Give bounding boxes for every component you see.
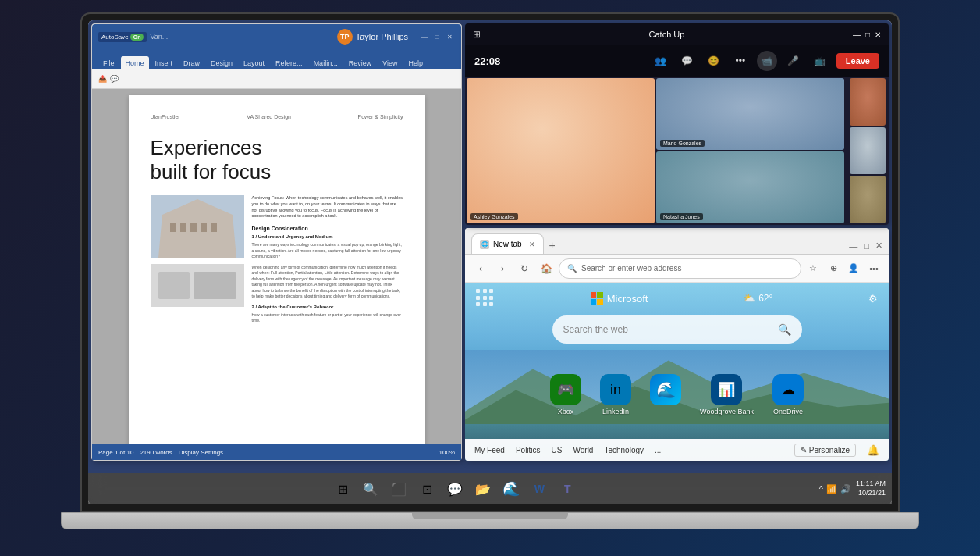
system-tray-expand[interactable]: ^ [819,484,823,494]
edge-maximize[interactable]: □ [864,241,869,251]
teams-grid-icon[interactable]: ⊞ [473,29,481,40]
nt-settings-icon[interactable]: ⚙ [868,293,878,305]
ms-square-1 [591,292,597,298]
ribbon-icon-share[interactable]: 📤 [98,75,107,83]
taskbar-task-view[interactable]: ⬛ [386,476,411,501]
status-display-settings[interactable]: Display Settings [179,449,223,456]
autosave-toggle[interactable]: On [130,34,144,41]
tab-layout[interactable]: Layout [239,56,269,70]
teams-mic-icon[interactable]: 🎤 [783,51,804,71]
wifi-icon[interactable]: 📶 [826,484,837,494]
teams-close[interactable]: ✕ [875,30,881,39]
teams-maximize[interactable]: □ [865,30,870,39]
apps-dot [476,296,480,300]
status-zoom[interactable]: 100% [439,449,455,456]
tab-home[interactable]: Home [121,56,149,70]
doc-achieving-focus: Achieving Focus: When technology communi… [252,195,403,219]
nt-app-woodgrove[interactable]: 📊 Woodgrove Bank [700,374,754,415]
nt-app-icons: 🎮 Xbox in LinkedIn 🌊 [465,374,889,415]
taskbar-clock[interactable]: 11:11 AM 10/21/21 [856,479,886,497]
teams-more-icon[interactable]: ••• [730,51,751,71]
edge-tab-new[interactable]: 🌐 New tab ✕ [471,233,544,254]
teams-share-icon[interactable]: 📺 [810,51,830,71]
tab-file[interactable]: File [98,56,119,70]
taskbar-word-icon[interactable]: W [527,476,552,501]
xbox-icon: 🎮 [550,374,581,405]
tab-review[interactable]: Review [344,56,377,70]
edge-add-tab-btn[interactable]: + [544,237,561,254]
doc-content-area: Achieving Focus: When technology communi… [151,195,403,328]
doc-body-customer: How a customer interacts with each featu… [252,312,403,324]
nt-apps-icon[interactable] [476,289,495,308]
svg-rect-13 [465,424,889,439]
ribbon-icon-comment[interactable]: 💬 [110,75,119,83]
forward-button[interactable]: › [493,259,512,278]
word-titlebar: AutoSave On Van... TP Taylor Phillips — … [92,24,461,49]
nt-search-placeholder: Search the web [563,324,772,335]
nt-search-box[interactable]: Search the web 🔍 [552,315,802,344]
nt-app-linkedin[interactable]: in LinkedIn [600,374,631,415]
weather-widget[interactable]: ⛅ 62° [744,293,772,304]
tab-design[interactable]: Design [206,56,237,70]
edge-more-icon[interactable]: ••• [865,260,882,277]
personalize-button[interactable]: ✎ Personalize [794,444,856,457]
nt-link-more[interactable]: ... [655,446,661,454]
nt-link-myfeed[interactable]: My Feed [474,446,505,454]
teams-participants-icon[interactable]: 👥 [651,51,671,71]
taskbar-widgets[interactable]: ⊡ [414,476,439,501]
tab-view[interactable]: View [378,56,402,70]
taskbar-edge-icon[interactable]: 🌊 [499,476,524,501]
teams-minimize[interactable]: — [853,30,861,39]
teams-chat-icon[interactable]: 💬 [677,51,698,71]
right-panel: ⊞ Catch Up — □ ✕ 22:08 👥 [465,23,889,461]
status-word-count: 2190 words [140,449,172,456]
apps-dot [489,289,493,293]
leave-button[interactable]: Leave [836,53,879,69]
volume-icon[interactable]: 🔊 [840,484,851,494]
laptop-base [61,512,919,529]
teams-camera-icon[interactable]: 📹 [757,51,777,71]
teams-reactions-icon[interactable]: 😊 [704,51,724,71]
tab-mailings[interactable]: Mailin... [309,56,343,70]
laptop: AutoSave On Van... TP Taylor Phillips — … [61,12,919,544]
microsoft-logo: Microsoft [591,292,648,305]
taskbar-start-button[interactable]: ⊞ [330,476,355,501]
edge-collections-icon[interactable]: ⊕ [825,260,842,277]
refresh-button[interactable]: ↻ [515,259,534,278]
nt-link-world[interactable]: World [573,446,594,454]
nt-app-xbox[interactable]: 🎮 Xbox [550,374,581,415]
taskbar-search-button[interactable]: 🔍 [358,476,383,501]
notification-bell-icon[interactable]: 🔔 [867,444,879,456]
participant-mario: Mario Gonzales [660,140,705,147]
ms-square-3 [591,299,597,305]
back-button[interactable]: ‹ [471,259,490,278]
taskbar-explorer-icon[interactable]: 📂 [470,476,495,501]
taskbar-teams-icon[interactable]: 💬 [442,476,467,501]
tab-insert[interactable]: Insert [151,56,178,70]
minimize-button[interactable]: — [419,31,430,42]
nt-link-us[interactable]: US [552,446,563,454]
nt-top-bar: Microsoft ⛅ 62° ⚙ [465,283,889,311]
desktop-area: AutoSave On Van... TP Taylor Phillips — … [88,20,892,473]
tab-help[interactable]: Help [404,56,428,70]
edge-fav-icon[interactable]: ☆ [804,260,822,277]
tab-draw[interactable]: Draw [179,56,204,70]
edge-minimize[interactable]: — [849,241,858,251]
edge-profile-icon[interactable]: 👤 [845,260,862,277]
video-cell-natasha: Natasha Jones [656,151,844,223]
nt-app-onedrive[interactable]: ☁ OneDrive [772,374,804,415]
home-button[interactable]: 🏠 [537,259,556,278]
maximize-button[interactable]: □ [431,31,442,42]
nt-link-technology[interactable]: Technology [604,446,644,454]
nt-link-politics[interactable]: Politics [516,446,541,454]
xbox-label: Xbox [558,408,574,415]
edge-tab-close-btn[interactable]: ✕ [529,241,535,248]
nt-app-edge-browser[interactable]: 🌊 [650,374,681,415]
address-bar[interactable]: 🔍 Search or enter web address [559,258,801,279]
taskbar-teams-app-icon[interactable]: T [555,476,580,501]
participant-thumb-3 [850,176,886,223]
tab-references[interactable]: Refere... [271,56,307,70]
svg-rect-6 [211,223,217,232]
close-button[interactable]: ✕ [444,31,455,42]
edge-close[interactable]: ✕ [875,241,882,251]
